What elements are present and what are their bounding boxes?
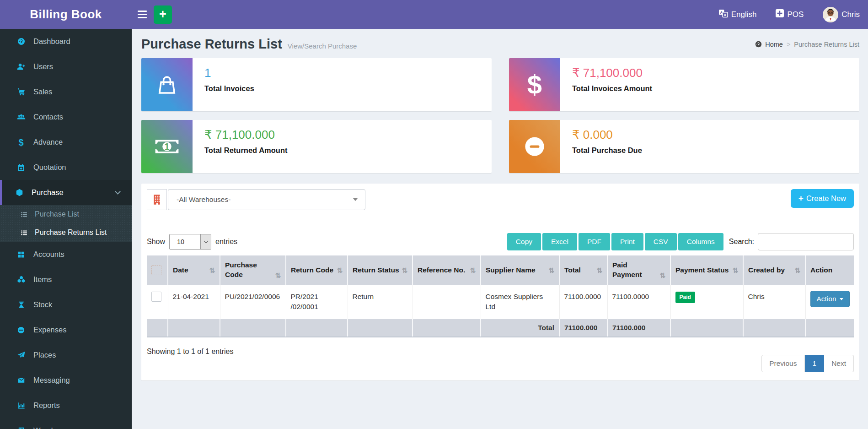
- purchase-returns-table: Date⇅ Purchase Code⇅ Return Code⇅ Return…: [147, 255, 854, 337]
- sidebar-item-expenses[interactable]: Expenses: [0, 317, 132, 342]
- sidebar-item-sales[interactable]: Sales: [0, 79, 132, 104]
- column-header-reference-no[interactable]: Reference No.⇅: [413, 255, 481, 285]
- search-label: Search:: [729, 238, 754, 246]
- breadcrumb-home-link[interactable]: Home: [755, 40, 783, 48]
- pdf-button[interactable]: PDF: [579, 233, 610, 250]
- top-navbar: Billing Book + Aa English POS Chris: [0, 0, 868, 29]
- select-all-checkbox[interactable]: [151, 265, 161, 275]
- print-button[interactable]: Print: [611, 233, 643, 250]
- svg-text:1: 1: [164, 141, 169, 152]
- column-header-purchase-code[interactable]: Purchase Code⇅: [220, 255, 286, 285]
- table-row: 21-04-2021 PU/2021/02/0006 PR/2021 /02/0…: [147, 285, 854, 319]
- page-title: Purchase Returns List: [141, 37, 282, 52]
- cell-action: Action: [805, 285, 854, 319]
- stat-card-total-purchase-due: ₹ 0.000 Total Purchase Due: [509, 120, 859, 173]
- hourglass-icon: [15, 300, 27, 309]
- export-buttons: Copy Excel PDF Print CSV Columns: [507, 233, 723, 250]
- stat-card-total-invoices-amount: $ ₹ 71,100.000 Total Invoices Amount: [509, 58, 859, 111]
- sidebar-item-reports[interactable]: Reports: [0, 393, 132, 418]
- sidebar-item-advance[interactable]: $ Advance: [0, 130, 132, 155]
- sidebar-item-dashboard[interactable]: Dashboard: [0, 29, 132, 54]
- pagination-previous-button[interactable]: Previous: [761, 355, 804, 372]
- sidebar-item-purchase[interactable]: Purchase: [0, 180, 132, 205]
- sidebar-nav: Dashboard Users Sales Contacts $ Advance…: [0, 29, 132, 429]
- search-input[interactable]: [758, 233, 854, 250]
- column-header-total[interactable]: Total⇅: [559, 255, 607, 285]
- sidebar-item-messaging[interactable]: Messaging: [0, 368, 132, 393]
- sidebar-item-purchase-list[interactable]: Purchase List: [0, 205, 132, 223]
- pagination-page-1-button[interactable]: 1: [805, 355, 825, 372]
- purchase-submenu: Purchase List Purchase Returns List: [0, 205, 132, 242]
- calendar-plus-icon: [15, 163, 27, 172]
- cell-return-code: PR/2021 /02/0001: [286, 285, 348, 319]
- entries-label: entries: [215, 238, 237, 246]
- sidebar-item-stock[interactable]: Stock: [0, 292, 132, 317]
- stat-cards: 1 Total Invoices $ ₹ 71,100.000 Total In…: [132, 58, 868, 173]
- stat-value: ₹ 0.000: [572, 128, 642, 142]
- chevron-down-icon: [353, 198, 358, 201]
- column-header-paid-payment[interactable]: Paid Payment⇅: [607, 255, 670, 285]
- user-plus-icon: [15, 62, 27, 71]
- create-new-button[interactable]: + Create New: [791, 189, 854, 208]
- breadcrumb-current: Purchase Returns List: [794, 41, 859, 48]
- warehouse-addon: [147, 189, 167, 210]
- column-header-created-by[interactable]: Created by⇅: [743, 255, 805, 285]
- chevron-down-icon: [200, 234, 211, 249]
- building-grid-icon: [15, 426, 27, 429]
- page-subtitle: View/Search Purchase: [288, 42, 357, 50]
- app-logo[interactable]: Billing Book: [0, 7, 132, 22]
- excel-button[interactable]: Excel: [542, 233, 577, 250]
- grid-icon: [15, 250, 27, 259]
- cell-total: 71100.0000: [559, 285, 607, 319]
- dollar-icon: $: [509, 58, 560, 111]
- column-header-return-code[interactable]: Return Code⇅: [286, 255, 348, 285]
- sidebar-item-users[interactable]: Users: [0, 54, 132, 79]
- dashboard-icon: [15, 37, 27, 46]
- column-header-payment-status[interactable]: Payment Status⇅: [670, 255, 743, 285]
- status-badge: Paid: [675, 292, 695, 303]
- breadcrumb-separator: >: [787, 41, 790, 48]
- sidebar-item-purchase-returns-list[interactable]: Purchase Returns List: [0, 223, 132, 242]
- sort-icon: ⇅: [794, 266, 800, 275]
- warehouse-select[interactable]: -All Warehouses-: [168, 189, 365, 210]
- language-menu[interactable]: Aa English: [718, 9, 757, 20]
- cell-payment-status: Paid: [670, 285, 743, 319]
- money-bill-icon: 1: [141, 120, 193, 173]
- sidebar-item-contacts[interactable]: Contacts: [0, 104, 132, 130]
- sidebar-toggle-button[interactable]: [132, 0, 153, 29]
- footer-total-value: 71100.000: [559, 319, 607, 337]
- csv-button[interactable]: CSV: [645, 233, 677, 250]
- user-name: Chris: [841, 10, 860, 19]
- row-checkbox[interactable]: [151, 292, 161, 302]
- column-header-return-status[interactable]: Return Status⇅: [348, 255, 413, 285]
- columns-button[interactable]: Columns: [678, 233, 723, 250]
- page-length-select[interactable]: 10: [169, 234, 211, 250]
- pos-menu[interactable]: POS: [776, 9, 804, 20]
- cart-icon: [15, 87, 27, 96]
- building-icon: [152, 194, 161, 205]
- footer-total-label: Total: [481, 319, 559, 337]
- action-dropdown-button[interactable]: Action: [810, 291, 850, 307]
- sort-icon: ⇅: [470, 266, 476, 275]
- user-avatar: [823, 7, 838, 22]
- table-footer-row: Total 71100.000 71100.000: [147, 319, 854, 337]
- user-menu[interactable]: Chris: [823, 7, 860, 22]
- show-label: Show: [147, 238, 165, 246]
- sidebar-item-warehouse[interactable]: Warehouse: [0, 418, 132, 429]
- paper-plane-icon: [15, 351, 27, 359]
- copy-button[interactable]: Copy: [507, 233, 541, 250]
- sort-icon: ⇅: [209, 266, 215, 275]
- shopping-bag-icon: [141, 58, 193, 111]
- sidebar-item-places[interactable]: Places: [0, 342, 132, 368]
- pagination-next-button[interactable]: Next: [824, 355, 854, 372]
- quick-add-button[interactable]: +: [154, 5, 172, 24]
- column-header-date[interactable]: Date⇅: [168, 255, 220, 285]
- sort-icon: ⇅: [659, 272, 665, 280]
- column-header-supplier-name[interactable]: Supplier Name⇅: [481, 255, 559, 285]
- minus-circle-icon: [509, 120, 560, 173]
- sidebar-item-accounts[interactable]: Accounts: [0, 242, 132, 267]
- language-icon: Aa: [718, 9, 728, 20]
- sort-icon: ⇅: [732, 266, 738, 275]
- sidebar-item-items[interactable]: Items: [0, 267, 132, 292]
- sidebar-item-quotation[interactable]: Quotation: [0, 155, 132, 180]
